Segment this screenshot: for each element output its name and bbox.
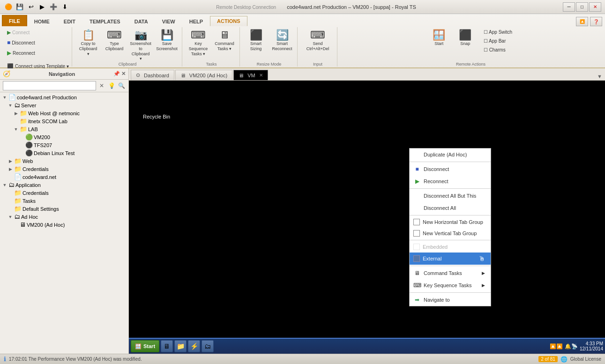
- button-smart-reconnect[interactable]: 🔄 SmartReconnect: [270, 28, 294, 59]
- ctx-command-tasks[interactable]: 🖥 Command Tasks ▶: [410, 267, 491, 279]
- button-type-clipboard[interactable]: ⌨ TypeClipboard: [102, 28, 127, 59]
- expand-icon[interactable]: ▼: [2, 95, 7, 100]
- button-screenshot-clipboard[interactable]: 📷 Screenshotto Clipboard ▾: [128, 28, 153, 59]
- expand-icon[interactable]: ▶: [13, 111, 19, 116]
- titlebar-left: 🟠 💾 ↩ ▶ ➕ ⬇: [4, 2, 69, 12]
- search-filter-button[interactable]: 🔍: [117, 82, 126, 90]
- dashboard-tab-label: Dashboard: [144, 73, 169, 78]
- tab-help[interactable]: HELP: [182, 16, 210, 26]
- search-input[interactable]: [3, 81, 96, 90]
- button-reconnect[interactable]: ▶ Reconnect: [5, 48, 69, 58]
- status-count: 2 of 81: [538, 356, 558, 362]
- button-snap[interactable]: ⬛ Snap: [453, 28, 478, 59]
- group-clipboard-label: Clipboard: [76, 61, 179, 67]
- expand-icon[interactable]: ▼: [7, 103, 13, 108]
- button-charms[interactable]: ☐ Charms: [481, 46, 515, 54]
- tree-item-application[interactable]: ▼ 🗂 Application: [0, 181, 128, 189]
- expand-icon[interactable]: ▼: [2, 182, 7, 188]
- ribbon-collapse-button[interactable]: 🔼: [576, 17, 588, 26]
- button-copy-clipboard[interactable]: 📋 Copy toClipboard ▾: [76, 28, 100, 59]
- send-ctrl-alt-del-icon: ⌨: [310, 30, 325, 40]
- tab-data[interactable]: DATA: [127, 16, 155, 26]
- search-smart-button[interactable]: 💡: [107, 82, 116, 90]
- pin-button[interactable]: 📌: [113, 71, 120, 77]
- tree-item-web[interactable]: ▶ 📁 Web: [0, 157, 128, 165]
- tab-templates[interactable]: TEMPLATES: [82, 16, 127, 26]
- tab-home[interactable]: HOME: [27, 16, 57, 26]
- button-app-bar[interactable]: ☐ App Bar: [481, 37, 515, 45]
- ctx-new-horizontal[interactable]: New Horizontal Tab Group: [410, 216, 491, 228]
- taskbar-icon-3[interactable]: ⚡: [188, 340, 200, 352]
- ctx-navigate-to[interactable]: ➡ Navigate to: [410, 294, 491, 306]
- tabs-scroll-down[interactable]: ▼: [596, 73, 603, 80]
- nav-header-controls: 📌 ✕: [113, 71, 126, 77]
- tree-item-production[interactable]: ▼ 📄 code4ward.net Production: [0, 93, 128, 101]
- expand-icon[interactable]: ▶: [7, 166, 13, 172]
- start-label: Start: [143, 343, 155, 349]
- ctx-key-sequence-tasks[interactable]: ⌨ Key Sequence Tasks ▶: [410, 279, 491, 291]
- help-button[interactable]: ❓: [590, 17, 602, 26]
- tab-dashboard[interactable]: ⊙ Dashboard: [131, 70, 174, 80]
- ribbon: FILE HOME EDIT TEMPLATES DATA VIEW HELP …: [0, 14, 605, 68]
- button-disconnect[interactable]: ■ Disconnect: [5, 38, 69, 47]
- ribbon-content: ▶ Connect ■ Disconnect ▶ Reconnect ⬛ Con…: [0, 26, 605, 67]
- tree-item-server[interactable]: ▼ 🗂 Server: [0, 101, 128, 109]
- quick-access-save[interactable]: 💾: [15, 2, 24, 12]
- start-button[interactable]: 🪟 Start: [131, 340, 159, 352]
- search-clear-button[interactable]: ✕: [97, 82, 106, 90]
- tab-vm200-adhoc[interactable]: 🖥 VM200 (Ad Hoc): [175, 70, 232, 80]
- tree-item-app-credentials[interactable]: 📁 Credentials: [0, 189, 128, 197]
- button-app-switch[interactable]: ☐ App Switch: [481, 28, 515, 36]
- ctx-reconnect[interactable]: ▶ Reconnect: [410, 175, 491, 187]
- tree-item-lab[interactable]: ▼ 📁 LAB: [0, 125, 128, 133]
- taskbar-icon-4[interactable]: 🗂: [202, 340, 214, 352]
- close-button[interactable]: ✕: [589, 2, 601, 12]
- button-key-sequence-tasks[interactable]: ⌨ KeySequenceTasks ▾: [186, 28, 210, 59]
- taskbar-icon-2[interactable]: 📁: [174, 340, 187, 352]
- ctx-new-vertical[interactable]: New Vertical Tab Group: [410, 228, 491, 239]
- status-globe-icon: 🌐: [560, 356, 568, 363]
- ctx-external[interactable]: External 🖱: [410, 253, 491, 265]
- button-smart-sizing[interactable]: ⬛ SmartSizing: [244, 28, 268, 59]
- tab-close-button[interactable]: ✕: [259, 73, 263, 78]
- button-save-screenshot[interactable]: 💾 SaveScreenshot: [155, 28, 179, 59]
- tree-item-credentials[interactable]: ▶ 📁 Credentials: [0, 165, 128, 173]
- tab-edit[interactable]: EDIT: [57, 16, 82, 26]
- tab-actions[interactable]: ACTIONS: [210, 16, 247, 26]
- statusbar-right: 2 of 81 🌐 Global License: [538, 356, 601, 363]
- quick-access-more[interactable]: ⬇: [60, 2, 69, 12]
- tree-item-adhoc[interactable]: ▼ 🗂 Ad Hoc: [0, 213, 128, 221]
- quick-access-back[interactable]: ↩: [26, 2, 36, 12]
- tree-item-default-settings[interactable]: 📁 Default Settings: [0, 205, 128, 213]
- tab-view[interactable]: VIEW: [155, 16, 182, 26]
- button-start[interactable]: 🪟 Start: [427, 28, 451, 59]
- tab-vm-active[interactable]: 🖥 VM ✕: [233, 70, 268, 80]
- maximize-button[interactable]: □: [576, 2, 588, 12]
- tree-item-tasks[interactable]: 📁 Tasks: [0, 197, 128, 205]
- tree-item-tfs207[interactable]: ⚫ TFS207: [0, 141, 128, 149]
- quick-access-add[interactable]: ➕: [49, 2, 58, 12]
- tree-item-scom[interactable]: 📁 itnetx SCOM Lab: [0, 117, 128, 125]
- tree-item-debian[interactable]: ⚫ Debian Linux Test: [0, 149, 128, 157]
- button-command-tasks[interactable]: 🖥 CommandTasks ▾: [212, 28, 237, 59]
- save-screenshot-icon: 💾: [161, 30, 173, 40]
- tree-item-webhost[interactable]: ▶ 📁 Web Host @ netmonic: [0, 109, 128, 117]
- quick-access-forward[interactable]: ▶: [37, 2, 47, 12]
- close-nav-button[interactable]: ✕: [121, 71, 126, 77]
- button-send-ctrl-alt-del[interactable]: ⌨ Send Ctrl+Alt+Del: [301, 28, 334, 59]
- expand-icon[interactable]: ▼: [7, 214, 13, 220]
- tree-item-vm200[interactable]: 🟢 VM200: [0, 133, 128, 141]
- tree-item-vm200-adhoc[interactable]: 🖥 VM200 (Ad Hoc): [0, 221, 128, 229]
- tab-file[interactable]: FILE: [2, 15, 27, 26]
- ctx-duplicate[interactable]: Duplicate (Ad Hoc): [410, 149, 491, 161]
- ctx-disconnect[interactable]: ■ Disconnect: [410, 163, 491, 175]
- expand-icon[interactable]: ▼: [13, 126, 19, 132]
- taskbar-icon-1[interactable]: 🖥: [161, 340, 173, 352]
- button-connect[interactable]: ▶ Connect: [5, 28, 69, 37]
- ctx-disconnect-all-but[interactable]: Disconnect All But This: [410, 190, 491, 202]
- minimize-button[interactable]: ─: [563, 2, 575, 12]
- expand-icon[interactable]: ▶: [7, 158, 13, 164]
- recycle-bin[interactable]: 🗑 Recycle Bin: [143, 95, 170, 119]
- tree-item-code4ward[interactable]: 📄 code4ward.net: [0, 173, 128, 181]
- ctx-disconnect-all[interactable]: Disconnect All: [410, 202, 491, 214]
